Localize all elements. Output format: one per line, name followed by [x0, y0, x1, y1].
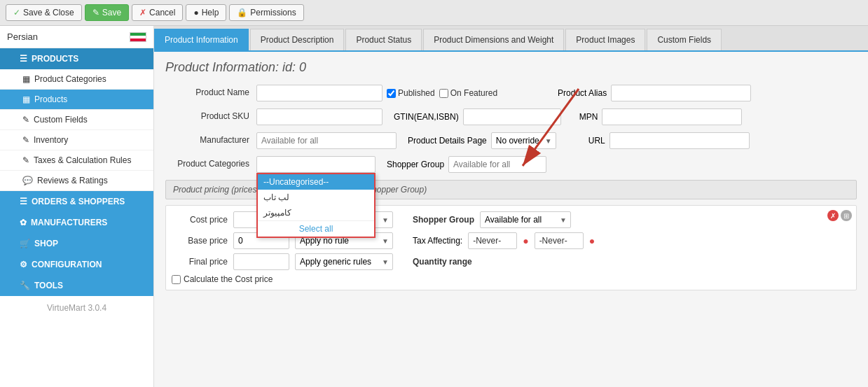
page-content: Product Information: id: 0 Product Name …	[154, 52, 868, 304]
sidebar-item-taxes[interactable]: ✎ Taxes & Calculation Rules	[0, 150, 153, 171]
manufacturer-row: Manufacturer Product Details Page No ove…	[165, 132, 857, 149]
flag-icon	[130, 32, 146, 42]
sidebar-item-inventory[interactable]: ✎ Inventory	[0, 130, 153, 150]
published-checkbox[interactable]	[387, 89, 396, 98]
final-price-input[interactable]	[233, 253, 289, 270]
product-categories-field: --Uncategorised-- لب تاب کامپیوتر Select…	[256, 156, 857, 173]
manufacturer-label: Manufacturer	[165, 132, 249, 145]
categories-dropdown-container: --Uncategorised-- لب تاب کامپیوتر Select…	[256, 156, 376, 173]
expand-price-icon[interactable]: ⊞	[841, 210, 852, 221]
product-alias-label: Product Alias	[558, 88, 607, 98]
content-area: Product Information Product Description …	[154, 26, 868, 387]
help-icon: ●	[193, 8, 198, 17]
save-icon: ✎	[92, 8, 99, 17]
remove-never2-icon[interactable]: ●	[589, 235, 595, 246]
gtin-input[interactable]	[463, 108, 561, 125]
calculate-cost-checkbox[interactable]	[172, 275, 181, 284]
category-item-computer[interactable]: کامپیوتر	[258, 205, 374, 220]
shopper-group-input[interactable]	[448, 156, 546, 173]
tab-product-description[interactable]: Product Description	[250, 29, 345, 50]
sidebar-item-products[interactable]: ▦ Products	[0, 90, 153, 110]
sidebar-item-custom-fields[interactable]: ✎ Custom Fields	[0, 110, 153, 130]
shop-icon: 🛒	[20, 239, 30, 248]
lang-selector[interactable]: Persian	[0, 26, 153, 48]
sidebar-item-product-categories[interactable]: ▦ Product Categories	[0, 69, 153, 90]
product-sku-field: GTIN(EAN,ISBN) MPN	[256, 108, 857, 125]
shopper-group-price-label: Shopper Group	[413, 215, 474, 225]
tab-custom-fields[interactable]: Custom Fields	[647, 29, 722, 50]
tab-product-dimensions[interactable]: Product Dimensions and Weight	[423, 29, 564, 50]
save-button[interactable]: ✎ Save	[85, 4, 129, 21]
cancel-icon: ✗	[139, 8, 146, 17]
product-name-label: Product Name	[165, 85, 249, 97]
permissions-button[interactable]: 🔒 Permissions	[229, 4, 303, 21]
category-item-uncategorised[interactable]: --Uncategorised--	[258, 174, 374, 190]
published-checkbox-label: Published	[387, 88, 435, 98]
gtin-label: GTIN(EAN,ISBN)	[394, 112, 459, 122]
apply-generic-select-wrapper: Apply generic rules ▼	[295, 253, 393, 270]
tab-product-information[interactable]: Product Information	[154, 29, 249, 50]
page-title: Product Information: id: 0	[165, 60, 857, 75]
product-sku-label: Product SKU	[165, 108, 249, 121]
categories-dropdown-list: --Uncategorised-- لب تاب کامپیوتر Select…	[256, 173, 376, 238]
shopper-group-label: Shopper Group	[387, 160, 444, 169]
select-all-button[interactable]: Select all	[258, 220, 374, 237]
manufacturer-input[interactable]	[256, 132, 397, 149]
apply-generic-select[interactable]: Apply generic rules	[295, 253, 393, 270]
never2-input[interactable]	[535, 232, 584, 249]
cost-price-label: Cost price	[172, 215, 228, 225]
sidebar-section-shop[interactable]: 🛒 SHOP	[0, 233, 153, 254]
products-icon: ☰	[20, 54, 27, 64]
sidebar-section-manufacturers[interactable]: ✿ MANUFACTURERS	[0, 212, 153, 233]
product-name-row: Product Name Published On Featured Produ…	[165, 85, 857, 101]
product-categories-row: Product Categories --Uncategorised-- لب …	[165, 156, 857, 173]
category-item-laptab[interactable]: لب تاب	[258, 190, 374, 205]
remove-price-icon[interactable]: ✗	[827, 210, 839, 221]
categories-search-input[interactable]	[256, 156, 376, 173]
quantity-range-label: Quantity range	[413, 257, 472, 267]
tax-affecting-label: Tax Affecting:	[413, 236, 462, 246]
sidebar-section-configuration[interactable]: ⚙ CONFIGURATION	[0, 254, 153, 275]
lang-label: Persian	[7, 31, 38, 42]
tab-product-images[interactable]: Product Images	[565, 29, 645, 50]
save-close-button[interactable]: ✓ Save & Close	[6, 4, 82, 21]
shopper-group-price-select-wrapper: Available for all ▼	[480, 211, 571, 228]
orders-icon: ☰	[20, 197, 27, 206]
grid-icon: ▦	[22, 74, 30, 84]
cancel-button[interactable]: ✗ Cancel	[132, 4, 183, 21]
inventory-icon: ✎	[22, 135, 29, 145]
box-icon: ▦	[22, 94, 30, 104]
base-price-label: Base price	[172, 236, 228, 246]
product-sku-row: Product SKU GTIN(EAN,ISBN) MPN	[165, 108, 857, 125]
product-name-input[interactable]	[256, 85, 383, 101]
product-name-field: Published On Featured Product Alias	[256, 85, 857, 101]
taxes-icon: ✎	[22, 155, 29, 165]
url-label: URL	[588, 136, 605, 146]
sidebar-section-products[interactable]: ☰ PRODUCTS	[0, 48, 153, 69]
shopper-group-price-select[interactable]: Available for all	[480, 211, 571, 228]
on-featured-checkbox-label: On Featured	[439, 88, 497, 98]
fields-icon: ✎	[22, 115, 29, 125]
mpn-input[interactable]	[602, 108, 742, 125]
tab-product-status[interactable]: Product Status	[345, 29, 422, 50]
mfr-icon: ✿	[20, 218, 27, 227]
mpn-label: MPN	[579, 112, 598, 122]
sidebar-item-reviews[interactable]: 💬 Reviews & Ratings	[0, 171, 153, 191]
remove-never1-icon[interactable]: ●	[523, 235, 528, 246]
help-button[interactable]: ● Help	[186, 4, 226, 21]
calculate-cost-row: Calculate the Cost price	[172, 274, 850, 284]
sidebar-section-tools[interactable]: 🔧 TOOLS	[0, 275, 153, 296]
product-details-select-wrapper: No override ▼	[491, 132, 556, 149]
never1-input[interactable]	[468, 232, 517, 249]
reviews-icon: 💬	[22, 176, 33, 185]
toolbar: ✓ Save & Close ✎ Save ✗ Cancel ● Help 🔒 …	[0, 0, 868, 26]
product-details-select[interactable]: No override	[491, 132, 556, 149]
sidebar: Persian ☰ PRODUCTS ▦ Product Categories …	[0, 26, 154, 387]
sidebar-section-orders[interactable]: ☰ ORDERS & SHOPPERS	[0, 191, 153, 212]
url-input[interactable]	[609, 132, 750, 149]
product-sku-input[interactable]	[256, 108, 383, 125]
product-alias-input[interactable]	[611, 85, 751, 101]
config-icon: ⚙	[20, 260, 27, 269]
manufacturer-field: Product Details Page No override ▼ URL	[256, 132, 857, 149]
on-featured-checkbox[interactable]	[439, 89, 448, 98]
